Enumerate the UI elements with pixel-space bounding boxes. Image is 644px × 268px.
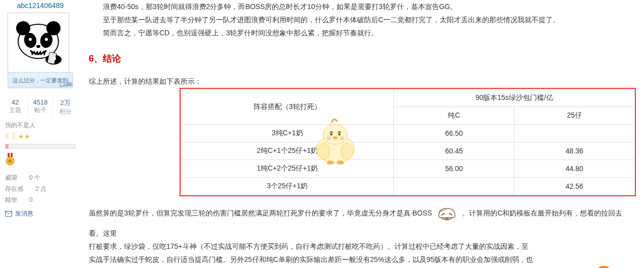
section-heading-conclusion: 6、结论 — [89, 52, 636, 65]
avatar-image[interactable] — [8, 13, 69, 74]
svg-rect-13 — [11, 153, 13, 157]
table-row: 3纯C+1奶 66.50 — [181, 125, 635, 142]
result-table-frame: 阵容搭配（3轮打死） 90版本15s绿沙包门槛/亿 纯C 25仔 3纯C+1奶 … — [180, 88, 636, 196]
moon-icon: ☾ — [12, 132, 18, 140]
svg-point-8 — [36, 45, 40, 48]
svg-point-6 — [29, 38, 32, 41]
user-meta: 威望0 个 存在感2 点 精华0 — [5, 172, 76, 205]
table-row: 2纯C+1个25仔+1奶 60.45 48.36 — [181, 142, 635, 160]
medal-row — [5, 153, 76, 166]
paragraph: 打桩要求，绿沙袋，仅吃175+斗神（不过实战可能不方便买到药，自行考虑测试打桩吃… — [89, 240, 636, 253]
star-icon: ★ — [24, 133, 30, 140]
presence-label: 存在感 — [5, 185, 23, 192]
mail-icon — [5, 211, 12, 217]
essence-label: 精华 — [5, 196, 17, 203]
col-group-threshold: 90版本15s绿沙包门槛/亿 — [394, 89, 635, 107]
moon-icon: ☾ — [5, 132, 12, 140]
svg-rect-12 — [8, 153, 10, 157]
emoticon-icon — [436, 205, 458, 227]
paragraph: 浪费40-50s，那3轮时间就得浪费2分多钟，而BOSS房的总时长才10分钟，如… — [89, 0, 636, 13]
stat-posts[interactable]: 4518 帖子 — [28, 97, 53, 117]
post-content: 浪费40-50s，那3轮时间就得浪费2分多钟，而BOSS房的总时长才10分钟，如… — [81, 0, 644, 268]
svg-point-18 — [441, 210, 443, 211]
avatar-block: 这么过分，一定要发到 Cola — [8, 13, 73, 88]
svg-point-11 — [53, 57, 56, 60]
svg-point-19 — [452, 209, 453, 210]
svg-point-15 — [9, 159, 12, 163]
user-level-icons: ☾☾★★ — [5, 132, 76, 141]
paragraph: 至于那些某一队进去等了半分钟了另一队才进图浪费可利用时间的，什么罗什本体破防后C… — [89, 13, 636, 26]
result-table: 阵容搭配（3轮打死） 90版本15s绿沙包门槛/亿 纯C 25仔 3纯C+1奶 … — [181, 89, 635, 195]
cola-badge: Cola — [59, 80, 72, 88]
user-stats: 42 主题 4518 帖子 2万 积分 — [3, 97, 78, 117]
avatar-caption: 这么过分，一定要发到 Cola — [8, 72, 73, 88]
star-icon: ★ — [18, 133, 24, 140]
user-rank: 强的不是人 — [5, 121, 76, 130]
send-message-link[interactable]: 发消息 — [5, 209, 76, 218]
user-sidebar: abc121406489 — [0, 0, 81, 268]
svg-point-7 — [45, 38, 48, 41]
prestige-value: 0 个 — [29, 172, 49, 183]
col-pure-c: 纯C — [394, 107, 514, 125]
level-progress — [5, 144, 76, 149]
paragraph: 实战手法确实过于蛇皮，自行适当提高门槛。另外25仔和纯C单刷的实际输出差距一般没… — [89, 253, 636, 266]
stat-topics[interactable]: 42 主题 — [3, 97, 28, 117]
svg-point-17 — [445, 218, 448, 220]
presence-value: 2 点 — [35, 183, 55, 194]
stat-points[interactable]: 2万 积分 — [52, 97, 78, 117]
paragraph: 就此艰难的分析我放在5中叙述了我的观点。 — [89, 266, 636, 268]
col-25zai: 25仔 — [514, 107, 635, 125]
username-link[interactable]: abc121406489 — [0, 2, 81, 10]
paragraph: 虽然算的是3轮罗什，但算完发现三轮的伤害门槛居然满足两轮打死罗什的要求了，毕竟虚… — [89, 205, 636, 240]
table-row: 1纯C+2个25仔+1奶 56.00 44.80 — [181, 160, 635, 178]
paragraph: 简而言之，宁愿等CD，也别逞强硬上，3轮罗什时间没想象中那么紧，把握好节奏就行。 — [89, 26, 636, 39]
svg-point-20 — [450, 211, 451, 212]
medal-icon — [5, 153, 15, 166]
table-intro: 综上所述，计算的结果如下表所示： — [89, 75, 636, 88]
table-row: 3个25仔+1奶 42.56 — [181, 178, 635, 195]
essence-value: 0 — [29, 194, 49, 205]
prestige-label: 威望 — [5, 174, 17, 181]
col-lineup: 阵容搭配（3轮打死） — [181, 89, 394, 125]
